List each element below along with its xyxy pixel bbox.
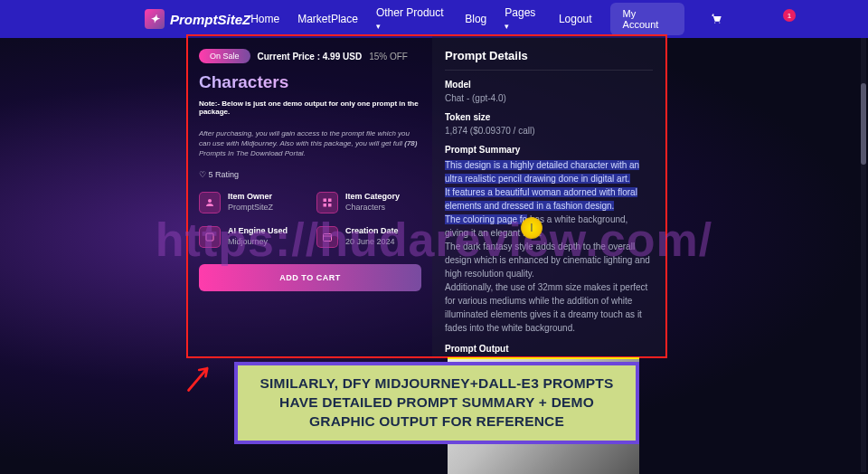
summary-text[interactable]: This design is a highly detailed charact… [445,158,653,335]
owner-label: Item Owner [228,192,273,201]
top-nav-bar: ✦ PromptSiteZ Home MarketPlace Other Pro… [0,0,868,38]
svg-rect-3 [324,204,327,207]
add-to-cart-button[interactable]: ADD TO CART [199,264,421,291]
summary-highlight-1: This design is a highly detailed charact… [445,160,639,184]
model-label: Model [445,80,653,90]
nav-home[interactable]: Home [250,13,279,25]
owner-value: PromptSiteZ [228,203,273,212]
callout-text: SIMILARLY, DFY MIDJOURNEY+DALL-E3 PROMPT… [245,374,628,431]
category-label: Item Category [345,192,400,201]
main-nav: Home MarketPlace Other Product Blog Page… [250,3,723,35]
nav-pages[interactable]: Pages [505,6,541,32]
token-size-label: Token size [445,112,653,122]
page-scrollbar[interactable] [861,38,866,472]
product-left-column: On Sale Current Price : 4.99 USD 15% OFF… [188,36,432,356]
prompt-details-column: Prompt Details Model Chat - (gpt-4.0) To… [432,36,665,356]
engine-label: AI Engine Used [228,226,288,235]
token-size-value: 1,874 ($0.09370 / call) [445,126,653,136]
summary-highlight-2: It features a beautiful woman adorned wi… [445,187,637,211]
annotation-callout: SIMILARLY, DFY MIDJOURNEY+DALL-E3 PROMPT… [234,362,639,444]
summary-plain-1: The dark fantasy style adds depth to the… [445,242,650,279]
scrollbar-thumb[interactable] [861,83,866,165]
price-row: On Sale Current Price : 4.99 USD 15% OFF [199,49,421,63]
nav-blog[interactable]: Blog [465,13,486,25]
notification-badge[interactable]: 1 [783,9,796,22]
discount-text: 15% OFF [369,52,408,62]
creation-date-cell: Creation Date 20 June 2024 [316,226,421,248]
cart-icon[interactable] [710,12,723,26]
on-sale-badge: On Sale [199,49,250,63]
product-title: Characters [199,72,421,92]
rating-text: ♡ 5 Rating [199,170,421,179]
user-icon [199,192,221,213]
summary-plain-2: Additionally, the use of 32mm size makes… [445,282,647,333]
svg-point-0 [208,199,212,203]
logo[interactable]: ✦ PromptSiteZ [145,9,250,29]
item-category-cell: Item Category Characters [316,192,421,213]
logo-text: PromptSiteZ [170,12,250,27]
date-value: 20 June 2024 [345,237,399,246]
product-description: After purchasing, you will gain access t… [199,128,421,159]
svg-rect-5 [206,233,213,241]
svg-rect-2 [328,198,332,202]
engine-icon [199,226,221,248]
summary-highlight-3: The coloring page fo [445,214,527,224]
ai-engine-cell: AI Engine Used Midjourney [199,226,304,248]
product-detail-panel: On Sale Current Price : 4.99 USD 15% OFF… [186,34,667,358]
item-owner-cell: Item Owner PromptSiteZ [199,192,304,213]
svg-rect-4 [328,204,332,207]
category-icon [316,192,338,213]
calendar-icon [316,226,338,248]
category-value: Characters [345,203,400,212]
logo-icon: ✦ [145,9,165,29]
svg-rect-1 [324,198,327,202]
product-note: Note:- Below is just one demo output for… [199,100,421,116]
prompt-output-label: Prompt Output [445,344,653,354]
nav-logout[interactable]: Logout [559,13,592,25]
my-account-button[interactable]: My Account [610,3,684,35]
summary-label: Prompt Summary [445,145,653,155]
annotation-arrow-icon [184,362,217,393]
nav-other-product[interactable]: Other Product [376,6,447,32]
svg-rect-6 [324,233,332,241]
product-info-grid: Item Owner PromptSiteZ Item Category Cha… [199,192,421,248]
nav-marketplace[interactable]: MarketPlace [297,13,358,25]
current-price: Current Price : 4.99 USD [258,52,363,62]
text-cursor-indicator: I [521,217,542,239]
prompt-details-heading: Prompt Details [445,49,653,71]
date-label: Creation Date [345,226,399,235]
engine-value: Midjourney [228,237,288,246]
model-value: Chat - (gpt-4.0) [445,93,653,103]
